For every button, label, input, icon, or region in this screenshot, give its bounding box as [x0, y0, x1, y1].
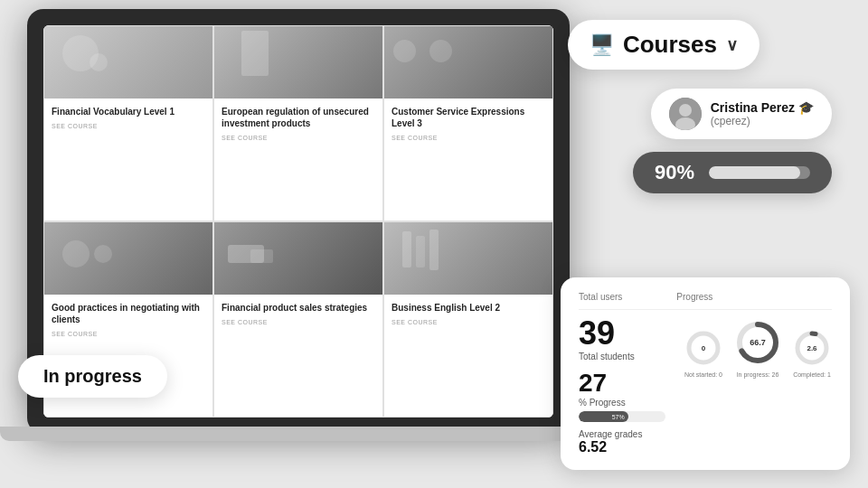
course-info-5: Financial product sales strategies SEE C… [214, 295, 382, 417]
course-img-bg-5 [214, 222, 382, 295]
stats-bar-bg: 57% [579, 411, 665, 422]
course-img-bg-6 [384, 222, 552, 295]
circles-row: 0 Not started: 0 66.7 In progress: 26 [684, 317, 832, 379]
donut-not-started: 0 [684, 328, 723, 368]
progress-section-label: % Progress [579, 398, 665, 408]
stats-bar-text: 57% [612, 414, 625, 420]
progress-percentage: 90% [655, 161, 694, 184]
donut-in-progress: 66.7 [732, 317, 783, 368]
total-students-value: 27 [579, 371, 665, 396]
user-info: Cristina Perez 🎓 (cperez) [711, 100, 814, 127]
course-cell-1: Financial Vocabulary Level 1 SEE COURSE [43, 25, 213, 221]
course-img-bg-1 [44, 26, 212, 99]
user-bubble[interactable]: Cristina Perez 🎓 (cperez) [651, 89, 832, 139]
course-info-6: Business English Level 2 SEE COURSE [384, 295, 552, 417]
circle-not-started: 0 Not started: 0 [684, 328, 723, 379]
course-img-bg-2 [214, 26, 382, 99]
courses-chevron-icon[interactable]: ∨ [726, 35, 738, 55]
course-cell-2: European regulation of unsecured investm… [213, 25, 383, 221]
course-img-bg-4 [44, 222, 212, 295]
course-cell-3: Customer Service Expressions Level 3 SEE… [383, 25, 553, 221]
progress-bar-bg [709, 166, 810, 179]
course-img-2 [214, 26, 382, 99]
graduation-icon: 🎓 [798, 100, 814, 115]
not-started-label: Not started: 0 [684, 371, 722, 379]
course-cell-5: Financial product sales strategies SEE C… [213, 221, 383, 418]
stats-header: Total users Progress [579, 292, 832, 310]
course-title-1: Financial Vocabulary Level 1 [52, 106, 205, 117]
completed-label: Completed: 1 [793, 371, 831, 379]
stats-body: 39 Total students 27 % Progress 57% Aver… [579, 317, 832, 455]
course-title-2: European regulation of unsecured investm… [222, 106, 375, 129]
progress-bubble: 90% [633, 152, 832, 193]
total-users-header: Total users [579, 292, 622, 302]
course-info-3: Customer Service Expressions Level 3 SEE… [384, 99, 552, 221]
inprogress-label: In progress [43, 366, 142, 386]
user-name-text: Cristina Perez [711, 100, 795, 115]
laptop-base [0, 427, 597, 441]
course-cell-6: Business English Level 2 SEE COURSE [383, 221, 553, 418]
course-img-1 [44, 26, 212, 99]
course-img-bg-3 [384, 26, 552, 99]
total-users-value: 39 [579, 317, 665, 350]
stats-bar-fill: 57% [579, 411, 628, 422]
course-img-3 [384, 26, 552, 99]
see-course-1[interactable]: SEE COURSE [52, 123, 205, 129]
avatar [669, 98, 702, 130]
circle-completed: 2.6 Completed: 1 [792, 328, 832, 379]
stats-left: 39 Total students 27 % Progress 57% Aver… [579, 317, 665, 455]
course-title-3: Customer Service Expressions Level 3 [392, 106, 545, 129]
svg-point-1 [679, 104, 692, 117]
see-course-2[interactable]: SEE COURSE [222, 135, 375, 141]
course-img-6 [384, 222, 552, 295]
course-title-5: Financial product sales strategies [222, 302, 375, 314]
donut-completed-label: 2.6 [807, 344, 816, 352]
inprogress-bubble: In progress [18, 355, 167, 398]
courses-label: Courses [623, 31, 717, 59]
in-progress-label: In progress: 26 [737, 371, 779, 379]
course-title-4: Good practices in negotiating with clien… [52, 302, 205, 325]
course-img-5 [214, 222, 382, 295]
stats-right: 0 Not started: 0 66.7 In progress: 26 [684, 317, 832, 379]
see-course-4[interactable]: SEE COURSE [52, 331, 205, 337]
donut-in-progress-label: 66.7 [750, 338, 766, 347]
user-name: Cristina Perez 🎓 [711, 100, 814, 115]
course-info-2: European regulation of unsecured investm… [214, 99, 382, 221]
progress-header: Progress [676, 292, 712, 302]
presentation-icon: 🖥️ [590, 33, 614, 57]
course-title-6: Business English Level 2 [392, 302, 545, 314]
total-students-label: Total students [579, 352, 665, 361]
circle-in-progress: 66.7 In progress: 26 [732, 317, 783, 379]
course-info-1: Financial Vocabulary Level 1 SEE COURSE [44, 99, 212, 221]
progress-bar-fill [709, 166, 800, 179]
avg-grades-label: Average grades [579, 429, 665, 439]
user-handle: (cperez) [711, 115, 814, 127]
see-course-6[interactable]: SEE COURSE [392, 319, 545, 325]
see-course-5[interactable]: SEE COURSE [222, 319, 375, 325]
see-course-3[interactable]: SEE COURSE [392, 135, 545, 141]
courses-bubble[interactable]: 🖥️ Courses ∨ [568, 20, 760, 70]
donut-not-started-label: 0 [702, 344, 705, 352]
donut-completed: 2.6 [792, 328, 832, 368]
avg-grades-value: 6.52 [579, 439, 665, 455]
course-img-4 [44, 222, 212, 295]
stats-card: Total users Progress 39 Total students 2… [561, 277, 850, 470]
